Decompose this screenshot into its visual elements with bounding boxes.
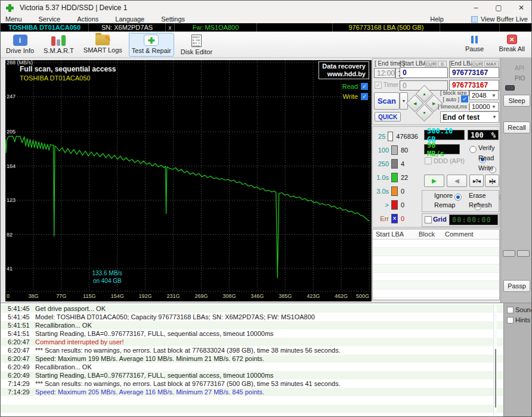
log-row: 6:20:47 *** Scan results: no warnings, n… [1,346,503,354]
log-message: Starting Reading, LBA=0..976773167, FULL… [27,371,274,379]
scan-dropdown-button[interactable]: ▼ [400,92,408,110]
chevron-down-icon: ▼ [491,104,496,110]
legend-checkbox[interactable] [361,83,368,90]
end-of-test-select[interactable]: End of test▼ [440,111,499,123]
log-time: 5:41:51 [1,321,27,329]
passp-button[interactable]: Passp [503,280,530,292]
sound-checkbox[interactable] [507,307,514,313]
svg-text:164: 164 [7,163,16,169]
seek-pad: ▲ ◀ ▶ ▼ [409,88,440,119]
legend-checkbox[interactable] [361,93,368,100]
log-time: 6:20:47 [1,338,27,346]
log-time: 6:20:47 [1,354,27,363]
menu-item[interactable]: Actions [77,15,98,23]
pause-icon [469,35,480,44]
sleep-button[interactable]: Sleep [503,95,530,107]
log-row: 5:41:45 Model: TOSHIBA DT01ACA050; Capac… [1,313,503,321]
test-repair-button[interactable]: ✚ Test & Repair [129,33,174,57]
verify-radio[interactable] [469,146,477,153]
scan-graph: 038G77G115G154G192G231G269G308G346G385G4… [5,60,372,301]
log-time: 6:20:49 [1,371,27,379]
maximize-button[interactable]: ▢ [487,1,510,15]
counter-value: 4 [401,160,404,167]
end-lba-cur-button[interactable]: CUR [471,61,483,67]
svg-text:346G: 346G [250,293,264,299]
log-message: Command interrupted by user! [27,338,124,346]
log-row [1,404,503,413]
defect-table[interactable]: Start LBA Block Comment [372,229,500,300]
log-message: Speed: Maximum 199 MB/s. Average 110 MB/… [27,354,264,363]
counter-row: 100 80 [373,143,418,157]
log-time: 7:14:29 [1,388,27,396]
log-message: Starting Reading, LBA=0..976773167, FULL… [27,329,274,338]
reverse-button[interactable]: ◄ [447,175,467,187]
grid-checkbox[interactable] [425,216,432,223]
block-size-select[interactable]: 2048▼ [469,91,499,100]
drive-firmware: Fw: MS1OA800 [175,23,257,32]
log-scrollbar-thumb[interactable] [495,349,496,407]
speed-chart: 038G77G115G154G192G231G269G308G346G385G4… [5,60,372,301]
end-lba-input[interactable]: 976773167 [449,67,499,78]
mini-button-1[interactable] [503,250,515,257]
table-row [373,248,499,256]
counter-block [388,132,393,141]
start-lba-zero-button[interactable]: 0 [438,61,447,67]
timer-checkbox[interactable] [375,82,382,89]
api-label: API [515,65,524,71]
scan-button[interactable]: Scan [374,92,400,110]
counter-label: > [373,201,389,208]
counter-value: 0 [401,201,404,208]
drive-info-button[interactable]: i Drive Info [3,33,37,57]
end-lba-max-button[interactable]: MAX [484,61,499,67]
start-lba-input[interactable]: 0 [400,67,448,78]
minimize-button[interactable]: – [465,1,487,15]
chevron-down-icon: ▼ [492,114,497,120]
close-button[interactable]: ✕ [510,1,532,15]
drive-bar: TOSHIBA DT01ACA050 SN: X6M2PD7AS x Fw: M… [1,23,532,32]
quick-button[interactable]: QUICK [375,112,401,122]
menu-item-view-buffer-live[interactable]: View Buffer Live [481,15,528,23]
skip-end-button[interactable]: ▸|◂ [485,175,499,187]
sound-label: Sound [515,306,532,313]
skip-defect-button[interactable]: ▸?◂ [469,175,484,187]
smart-button[interactable]: S.M.A.R.T [41,33,77,57]
start-lba-cur-button[interactable]: CUR [425,61,437,67]
menu-item-help[interactable]: Help [430,15,444,23]
svg-text:0: 0 [7,293,10,299]
percent-lcd: 100% [468,130,499,140]
elapsed-lcd: 00:00:00 [449,214,498,225]
activity-led [505,85,515,91]
play-icon: ► [431,176,438,185]
counter-glyph: X [393,216,396,221]
counter-row: Err X 0 [373,211,418,225]
log-time: 5:41:45 [1,304,27,313]
hints-checkbox[interactable] [507,317,514,323]
pause-button[interactable]: Pause [462,33,488,57]
svg-text:41: 41 [7,266,13,272]
log-message: Recallibration... OK [27,321,92,329]
menu-item[interactable]: Menu [5,15,22,23]
end-lba-progress-field: 976773167 [449,80,499,91]
disk-editor-button[interactable]: 010110 110011 101000 Disk Editor [178,33,215,57]
menu-item[interactable]: Service [39,15,61,23]
ddd-checkbox[interactable] [425,157,432,164]
skip-end-icon: ▸|◂ [490,178,495,184]
start-button[interactable]: ► [424,175,444,187]
log-panel[interactable]: 5:41:45 Get drive passport... OK 5:41:45… [1,303,503,417]
end-time-input[interactable]: 12:00 [374,68,395,78]
auto-checkbox[interactable] [461,95,468,102]
recall-button[interactable]: Recall [503,122,530,133]
smart-logs-button[interactable]: SMART Logs [81,33,125,57]
log-message: *** Scan results: no warnings, no errors… [27,379,341,388]
counter-value: 476836 [396,133,418,140]
menu-item[interactable]: Settings [161,15,185,23]
svg-text:385G: 385G [279,293,292,299]
ignore-label: Ignore [434,192,453,199]
drive-info-icon: i [13,35,27,46]
drive-tab-close-button[interactable]: x [166,23,175,32]
counter-value: 80 [401,147,408,154]
break-all-button[interactable]: ✕ Break All [496,33,528,57]
timeout-select[interactable]: 10000▼ [469,102,499,111]
mini-button-2[interactable] [517,250,530,257]
menu-item[interactable]: Language [115,15,144,23]
